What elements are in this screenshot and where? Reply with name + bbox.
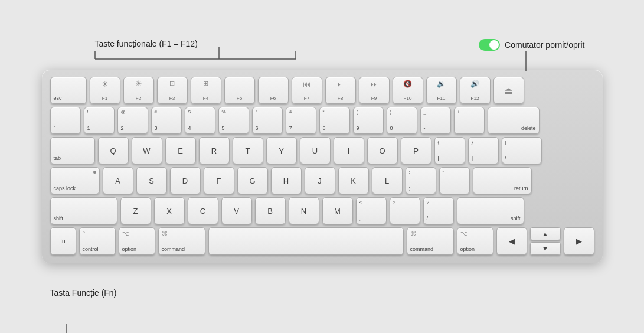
key-w[interactable]: W — [132, 137, 162, 164]
key-option-right[interactable]: ⌥ option — [457, 227, 493, 255]
key-5[interactable]: % 5 — [218, 107, 249, 134]
key-m[interactable]: M — [322, 197, 353, 224]
key-f11[interactable]: 🔉 F11 — [426, 77, 457, 104]
key-a[interactable]: A — [103, 167, 133, 194]
key-3[interactable]: # 3 — [151, 107, 182, 134]
key-shift-right[interactable]: shift — [457, 197, 524, 224]
asdf-key-row: caps lock A S D F – G — [50, 167, 594, 194]
key-command-right[interactable]: ⌘ command — [407, 227, 454, 255]
key-b[interactable]: B — [255, 197, 286, 224]
key-control[interactable]: ^ control — [79, 227, 116, 255]
key-f12[interactable]: 🔊 F12 — [460, 77, 491, 104]
key-fn[interactable]: fn — [50, 227, 76, 255]
key-g[interactable]: G — [237, 167, 268, 194]
key-right-bracket[interactable]: } ] — [468, 137, 499, 164]
number-key-row: ~ ` ! 1 @ 2 # 3 $ 4 — [50, 107, 594, 134]
key-left-bracket[interactable]: { [ — [434, 137, 465, 164]
key-d[interactable]: D — [170, 167, 201, 194]
key-l[interactable]: L — [372, 167, 403, 194]
key-s[interactable]: S — [136, 167, 167, 194]
key-return[interactable]: return — [473, 167, 532, 194]
key-1[interactable]: ! 1 — [84, 107, 115, 134]
key-6[interactable]: ^ 6 — [252, 107, 283, 134]
fn-key-label: Tasta Funcție (Fn) — [50, 288, 117, 298]
key-0[interactable]: ) 0 — [387, 107, 417, 134]
zxcv-key-row: shift Z X C V B N — [50, 197, 594, 224]
key-backtick[interactable]: ~ ` — [50, 107, 81, 134]
key-p[interactable]: P — [401, 137, 431, 164]
toggle-switch-icon[interactable] — [479, 39, 500, 51]
function-keys-label: Taste funcționale (F1 – F12) — [95, 39, 198, 48]
key-n[interactable]: N — [289, 197, 319, 224]
key-minus[interactable]: _ - — [420, 107, 451, 134]
key-t[interactable]: T — [233, 137, 263, 164]
toggle-label: Comutator pornit/oprit — [479, 39, 584, 51]
key-o[interactable]: O — [367, 137, 398, 164]
key-i[interactable]: I — [334, 137, 364, 164]
key-slash[interactable]: ? / — [423, 197, 454, 224]
key-eject[interactable]: ⏏ — [493, 77, 524, 104]
key-8[interactable]: * 8 — [319, 107, 350, 134]
page-container: Taste funcționale (F1 – F12) Comutator p… — [0, 0, 644, 333]
key-z[interactable]: Z — [120, 197, 151, 224]
key-option-left[interactable]: ⌥ option — [119, 227, 155, 255]
key-capslock[interactable]: caps lock — [50, 167, 100, 194]
key-arrow-up[interactable]: ▲ — [530, 227, 561, 240]
key-h[interactable]: H — [271, 167, 302, 194]
key-f8[interactable]: ⏯ F8 — [325, 77, 356, 104]
key-arrow-left[interactable]: ◀ — [496, 227, 527, 255]
arrow-ud-stack: ▲ ▼ — [530, 227, 561, 255]
key-esc[interactable]: esc — [50, 77, 87, 104]
key-f[interactable]: F – — [204, 167, 234, 194]
key-j[interactable]: J – — [305, 167, 335, 194]
key-e[interactable]: E — [165, 137, 196, 164]
key-c[interactable]: C — [188, 197, 218, 224]
function-key-row: esc ☀ F1 ☀ F2 ⊡ F3 ⊞ F4 — [50, 77, 594, 104]
key-u[interactable]: U — [300, 137, 331, 164]
key-x[interactable]: X — [154, 197, 185, 224]
key-4[interactable]: $ 4 — [185, 107, 215, 134]
key-arrow-right[interactable]: ▶ — [564, 227, 594, 255]
key-period[interactable]: > . — [390, 197, 420, 224]
key-q[interactable]: Q — [98, 137, 129, 164]
key-command-left[interactable]: ⌘ command — [158, 227, 205, 255]
key-9[interactable]: ( 9 — [353, 107, 384, 134]
keyboard-diagram: Taste funcționale (F1 – F12) Comutator p… — [42, 34, 603, 299]
key-7[interactable]: & 7 — [286, 107, 316, 134]
key-f6[interactable]: F6 — [258, 77, 289, 104]
key-equals[interactable]: + = — [454, 107, 485, 134]
key-f9[interactable]: ⏭ F9 — [359, 77, 390, 104]
key-v[interactable]: V — [221, 197, 252, 224]
key-2[interactable]: @ 2 — [117, 107, 148, 134]
key-k[interactable]: K — [338, 167, 369, 194]
key-space[interactable] — [208, 227, 404, 255]
qwerty-key-row: tab Q W E R T Y — [50, 137, 594, 164]
key-semicolon[interactable]: : ; — [406, 167, 436, 194]
keyboard: esc ☀ F1 ☀ F2 ⊡ F3 ⊞ F4 — [42, 70, 603, 263]
key-delete[interactable]: delete — [488, 107, 540, 134]
key-f4[interactable]: ⊞ F4 — [191, 77, 221, 104]
key-f5[interactable]: F5 — [224, 77, 255, 104]
key-comma[interactable]: < , — [356, 197, 387, 224]
key-arrow-down[interactable]: ▼ — [530, 242, 561, 255]
capslock-led — [93, 171, 96, 174]
key-f2[interactable]: ☀ F2 — [123, 77, 154, 104]
key-shift-left[interactable]: shift — [50, 197, 117, 224]
key-f1[interactable]: ☀ F1 — [90, 77, 120, 104]
key-f10[interactable]: 🔇 F10 — [393, 77, 423, 104]
key-backslash[interactable]: | \ — [502, 137, 542, 164]
key-tab[interactable]: tab — [50, 137, 95, 164]
key-f3[interactable]: ⊡ F3 — [157, 77, 188, 104]
key-y[interactable]: Y — [266, 137, 297, 164]
bottom-key-row: fn ^ control ⌥ option ⌘ command ⌘ — [50, 227, 594, 255]
key-f7[interactable]: ⏮ F7 — [292, 77, 322, 104]
key-r[interactable]: R — [199, 137, 230, 164]
key-quote[interactable]: " ' — [439, 167, 470, 194]
